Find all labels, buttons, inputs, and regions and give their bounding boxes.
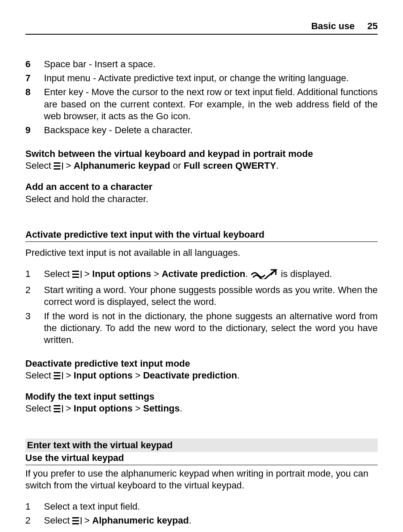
page-header: Basic use 25 bbox=[25, 20, 378, 35]
subheading: Switch between the virtual keyboard and … bbox=[25, 148, 378, 160]
item-text: Select > Input options > Activate predic… bbox=[44, 268, 378, 282]
text: > bbox=[82, 515, 92, 526]
item-number: 7 bbox=[25, 72, 44, 84]
instruction-line: Select > Input options > Settings. bbox=[25, 403, 378, 414]
item-number: 1 bbox=[25, 268, 44, 282]
menu-icon bbox=[54, 162, 63, 170]
use-keypad-steps: 1 Select a text input field. 2 Select > … bbox=[25, 501, 378, 527]
subheading: Modify the text input settings bbox=[25, 391, 378, 403]
list-item: 1 Select a text input field. bbox=[25, 501, 378, 513]
text: > bbox=[135, 370, 143, 381]
list-item: 1 Select > Input options > Activate pred… bbox=[25, 268, 378, 282]
option-text: Input options bbox=[74, 403, 135, 414]
item-number: 3 bbox=[25, 310, 44, 346]
modify-settings-section: Modify the text input settings Select > … bbox=[25, 391, 378, 414]
list-item: 9 Backspace key - Delete a character. bbox=[25, 124, 378, 136]
text: . bbox=[189, 515, 191, 526]
menu-icon bbox=[72, 517, 82, 524]
option-text: Activate prediction bbox=[162, 269, 245, 279]
list-item: 6 Space bar - Insert a space. bbox=[25, 58, 378, 70]
section-intro: Predictive text input is not available i… bbox=[25, 247, 378, 259]
menu-icon bbox=[72, 271, 82, 278]
list-item: 3 If the word is not in the dictionary, … bbox=[25, 310, 378, 346]
text: Select bbox=[25, 370, 54, 381]
item-text: Input menu - Activate predictive text in… bbox=[44, 72, 378, 84]
text: . bbox=[276, 160, 279, 171]
instruction-line: Select > Input options > Deactivate pred… bbox=[25, 370, 378, 381]
text: > bbox=[82, 269, 92, 279]
text: > bbox=[154, 269, 162, 279]
item-number: 6 bbox=[25, 58, 44, 70]
deactivate-prediction-section: Deactivate predictive text input mode Se… bbox=[25, 358, 378, 381]
item-text: Enter key - Move the cursor to the next … bbox=[44, 86, 378, 122]
list-item: 7 Input menu - Activate predictive text … bbox=[25, 72, 378, 84]
instruction-line: Select > Alphanumeric keypad or Full scr… bbox=[25, 160, 378, 172]
item-text: If the word is not in the dictionary, th… bbox=[44, 310, 378, 346]
option-text: Settings bbox=[143, 403, 180, 414]
option-text: Deactivate prediction bbox=[143, 370, 237, 381]
item-text: Start writing a word. Your phone suggest… bbox=[44, 284, 378, 308]
item-number: 2 bbox=[25, 515, 44, 527]
prediction-icon bbox=[251, 269, 278, 282]
text: . bbox=[245, 269, 251, 279]
item-text: Select > Alphanumeric keypad. bbox=[44, 515, 378, 527]
option-text: Alphanumeric keypad bbox=[92, 515, 189, 526]
section-title: Activate predictive text input with the … bbox=[25, 229, 378, 242]
menu-icon bbox=[54, 372, 63, 379]
list-item: 2 Select > Alphanumeric keypad. bbox=[25, 515, 378, 527]
option-text: Alphanumeric keypad bbox=[74, 160, 170, 171]
add-accent-section: Add an accent to a character Select and … bbox=[25, 181, 378, 205]
item-text: Space bar - Insert a space. bbox=[44, 58, 378, 70]
switch-keyboard-section: Switch between the virtual keyboard and … bbox=[25, 148, 378, 172]
page-number: 25 bbox=[368, 21, 378, 31]
activate-prediction-steps: 1 Select > Input options > Activate pred… bbox=[25, 268, 378, 346]
list-item: 8 Enter key - Move the cursor to the nex… bbox=[25, 86, 378, 122]
section-intro: If you prefer to use the alphanumeric ke… bbox=[25, 468, 378, 491]
option-text: Input options bbox=[92, 269, 153, 279]
instruction-line: Select and hold the character. bbox=[25, 193, 378, 205]
text: > bbox=[63, 160, 74, 171]
item-number: 8 bbox=[25, 86, 44, 122]
subheading: Use the virtual keypad bbox=[25, 452, 378, 465]
item-number: 1 bbox=[25, 501, 44, 513]
text: > bbox=[63, 403, 74, 414]
text: . bbox=[237, 370, 240, 381]
item-text: Backspace key - Delete a character. bbox=[44, 124, 378, 136]
section-name: Basic use bbox=[311, 21, 355, 31]
option-text: Full screen QWERTY bbox=[184, 160, 276, 171]
keyboard-key-list: 6 Space bar - Insert a space. 7 Input me… bbox=[25, 58, 378, 136]
text: . bbox=[180, 403, 182, 414]
list-item: 2 Start writing a word. Your phone sugge… bbox=[25, 284, 378, 308]
text: Select bbox=[44, 515, 72, 526]
item-number: 2 bbox=[25, 284, 44, 308]
option-text: Input options bbox=[74, 370, 135, 381]
subheading: Add an accent to a character bbox=[25, 181, 378, 193]
subheading: Deactivate predictive text input mode bbox=[25, 358, 378, 370]
text: Select bbox=[44, 269, 72, 279]
section-header-gray: Enter text with the virtual keypad bbox=[25, 439, 378, 452]
text: Select bbox=[25, 160, 54, 171]
text: > bbox=[63, 370, 74, 381]
text: is displayed. bbox=[278, 269, 332, 279]
item-text: Select a text input field. bbox=[44, 501, 378, 513]
text: > bbox=[135, 403, 143, 414]
item-number: 9 bbox=[25, 124, 44, 136]
text: or bbox=[170, 160, 184, 171]
text: Select bbox=[25, 403, 54, 414]
menu-icon bbox=[54, 405, 63, 412]
